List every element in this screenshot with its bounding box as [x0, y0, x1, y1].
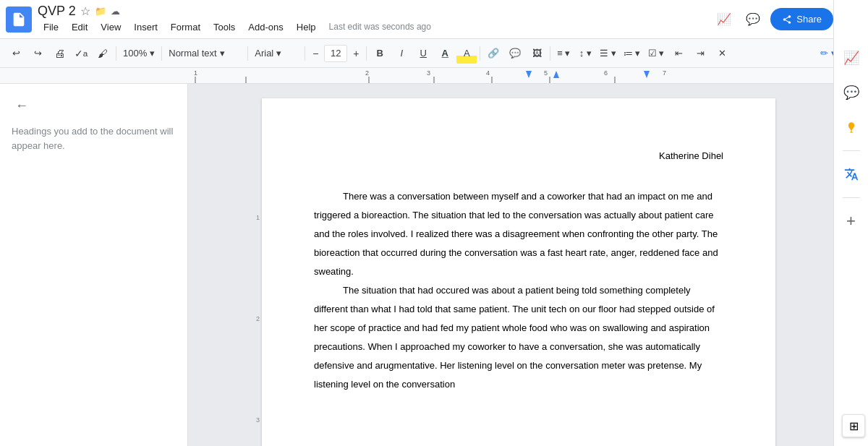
- share-button[interactable]: Share: [770, 8, 833, 30]
- svg-rect-0: [0, 68, 833, 84]
- menu-file[interactable]: File: [38, 19, 64, 35]
- underline-button[interactable]: U: [413, 43, 433, 64]
- numbered-list-button[interactable]: ≔ ▾: [621, 43, 644, 64]
- sidebar-chat-icon[interactable]: 💬: [837, 78, 866, 107]
- share-label: Share: [796, 14, 822, 25]
- style-arrow: ▾: [220, 48, 225, 59]
- align-button[interactable]: ≡ ▾: [553, 43, 574, 64]
- redo-button[interactable]: ↪: [27, 43, 48, 64]
- style-value: Normal text: [169, 48, 216, 59]
- outline-back-button[interactable]: ←: [12, 95, 32, 116]
- comments-icon[interactable]: 💬: [741, 8, 765, 31]
- outline-hint: Headings you add to the document will ap…: [12, 124, 176, 153]
- svg-text:4: 4: [486, 69, 490, 77]
- star-icon[interactable]: ☆: [80, 4, 90, 18]
- bold-button[interactable]: B: [370, 43, 390, 64]
- menu-tools[interactable]: Tools: [208, 19, 241, 35]
- font-size-dec-button[interactable]: −: [308, 46, 323, 61]
- right-sidebar: 📈 💬 + ⊞: [833, 0, 868, 446]
- last-edit-status: Last edit was seconds ago: [329, 22, 431, 32]
- doc-scroll[interactable]: 1 2 3 4 Katherine Dihel There was a conv…: [188, 84, 868, 446]
- sidebar-divider-2: [843, 197, 860, 198]
- main-area: ← Headings you add to the document will …: [0, 84, 868, 446]
- doc-author: Katherine Dihel: [314, 150, 723, 161]
- top-bar: QVP 2 ☆ 📁 ☁ File Edit View Insert Format…: [0, 0, 868, 39]
- sidebar-activities-icon[interactable]: 📈: [837, 43, 866, 72]
- separator-4: [305, 46, 305, 61]
- font-size-inc-button[interactable]: +: [349, 46, 363, 61]
- separator-7: [550, 46, 550, 61]
- font-value: Arial: [255, 48, 273, 59]
- svg-text:3: 3: [427, 69, 430, 77]
- indent-inc-button[interactable]: ⇥: [690, 43, 710, 64]
- comment-button[interactable]: 💬: [505, 43, 525, 64]
- toolbar: ↩ ↪ 🖨 ✓a 🖌 100% ▾ Normal text ▾ Arial ▾ …: [0, 39, 868, 68]
- image-button[interactable]: 🖼: [527, 43, 547, 64]
- svg-text:1: 1: [194, 69, 197, 77]
- list-button[interactable]: ☰ ▾: [597, 43, 619, 64]
- list2-button[interactable]: ☑ ▾: [645, 43, 668, 64]
- doc-title-area: QVP 2 ☆ 📁 ☁ File Edit View Insert Format…: [38, 4, 431, 35]
- menu-addons[interactable]: Add-ons: [242, 19, 289, 35]
- clear-formatting-button[interactable]: ✕: [712, 43, 732, 64]
- sidebar-keep-icon[interactable]: [837, 113, 866, 142]
- svg-text:6: 6: [604, 69, 608, 77]
- font-size-input[interactable]: [324, 45, 347, 62]
- zoom-select[interactable]: 100% ▾: [119, 43, 158, 64]
- svg-text:7: 7: [663, 69, 666, 77]
- separator-1: [116, 46, 116, 61]
- highlight-button[interactable]: A: [456, 43, 477, 64]
- italic-button[interactable]: I: [391, 43, 412, 64]
- zoom-value: 100%: [123, 48, 147, 59]
- left-margin: 1 2 3 4: [253, 98, 262, 446]
- print-button[interactable]: 🖨: [49, 43, 69, 64]
- separator-3: [247, 46, 248, 61]
- doc-title[interactable]: QVP 2: [38, 4, 76, 19]
- menu-bar: File Edit View Insert Format Tools Add-o…: [38, 19, 431, 35]
- zoom-arrow: ▾: [150, 48, 155, 59]
- indent-dec-button[interactable]: ⇤: [668, 43, 689, 64]
- cloud-icon[interactable]: ☁: [111, 6, 120, 17]
- menu-help[interactable]: Help: [291, 19, 322, 35]
- menu-view[interactable]: View: [95, 19, 127, 35]
- font-select[interactable]: Arial ▾: [251, 43, 302, 64]
- font-size-area: − +: [308, 45, 363, 62]
- spellcheck-button[interactable]: ✓a: [71, 43, 91, 64]
- sidebar-divider-1: [843, 150, 860, 151]
- style-select[interactable]: Normal text ▾: [165, 43, 244, 64]
- font-color-button[interactable]: A: [435, 43, 455, 64]
- menu-format[interactable]: Format: [165, 19, 206, 35]
- ruler: 1 2 3 4 5 6 7: [0, 68, 868, 84]
- doc-page[interactable]: Katherine Dihel There was a conversation…: [262, 98, 775, 446]
- doc-body[interactable]: There was a conversation between myself …: [314, 187, 723, 394]
- scroll-bottom-button[interactable]: ⊞: [842, 414, 865, 437]
- separator-5: [366, 46, 367, 61]
- svg-text:2: 2: [365, 69, 369, 77]
- separator-2: [161, 46, 162, 61]
- paragraph-2: The situation that had occured was about…: [314, 281, 723, 394]
- font-arrow: ▾: [276, 48, 281, 59]
- menu-edit[interactable]: Edit: [66, 19, 93, 35]
- doc-title-row: QVP 2 ☆ 📁 ☁: [38, 4, 431, 19]
- link-button[interactable]: 🔗: [483, 43, 503, 64]
- line-spacing-button[interactable]: ↕ ▾: [575, 43, 595, 64]
- sidebar-translate-icon[interactable]: [837, 160, 866, 189]
- svg-text:5: 5: [544, 69, 548, 77]
- undo-button[interactable]: ↩: [6, 43, 26, 64]
- outline-panel: ← Headings you add to the document will …: [0, 84, 188, 446]
- menu-insert[interactable]: Insert: [128, 19, 163, 35]
- paragraph-1: There was a conversation between myself …: [314, 187, 723, 281]
- activities-icon[interactable]: 📈: [712, 8, 736, 31]
- folder-icon[interactable]: 📁: [95, 6, 106, 17]
- app-icon[interactable]: [6, 7, 32, 33]
- sidebar-add-icon[interactable]: +: [837, 207, 866, 236]
- separator-6: [480, 46, 480, 61]
- paint-format-button[interactable]: 🖌: [93, 43, 113, 64]
